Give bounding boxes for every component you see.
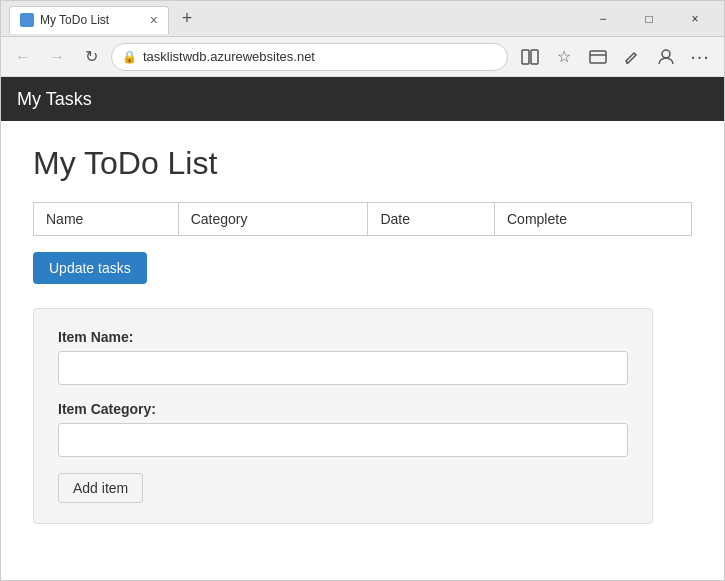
add-item-form: Item Name: Item Category: Add item bbox=[33, 308, 653, 524]
browser-tab[interactable]: My ToDo List × bbox=[9, 6, 169, 34]
lock-icon: 🔒 bbox=[122, 50, 137, 64]
page-title: My ToDo List bbox=[33, 145, 692, 182]
address-input-wrap[interactable]: 🔒 tasklistwdb.azurewebsites.net bbox=[111, 43, 508, 71]
favorites-icon[interactable]: ☆ bbox=[548, 41, 580, 73]
forward-button[interactable]: → bbox=[43, 43, 71, 71]
maximize-button[interactable]: □ bbox=[628, 5, 670, 33]
tab-favicon bbox=[20, 13, 34, 27]
close-window-button[interactable]: × bbox=[674, 5, 716, 33]
task-table: Name Category Date Complete bbox=[33, 202, 692, 236]
toolbar-icons: ☆ ··· bbox=[514, 41, 716, 73]
col-name: Name bbox=[34, 203, 179, 236]
item-name-group: Item Name: bbox=[58, 329, 628, 385]
svg-rect-1 bbox=[531, 50, 538, 64]
hub-icon[interactable] bbox=[582, 41, 614, 73]
more-button[interactable]: ··· bbox=[684, 41, 716, 73]
svg-rect-2 bbox=[590, 51, 606, 63]
new-tab-button[interactable]: + bbox=[173, 5, 201, 33]
item-category-label: Item Category: bbox=[58, 401, 628, 417]
tab-title: My ToDo List bbox=[40, 13, 144, 27]
minimize-button[interactable]: − bbox=[582, 5, 624, 33]
address-text: tasklistwdb.azurewebsites.net bbox=[143, 49, 497, 64]
svg-point-5 bbox=[662, 50, 670, 58]
svg-rect-0 bbox=[522, 50, 529, 64]
tab-bar: My ToDo List × + − □ × bbox=[1, 1, 724, 37]
back-button[interactable]: ← bbox=[9, 43, 37, 71]
add-item-button[interactable]: Add item bbox=[58, 473, 143, 503]
item-category-group: Item Category: bbox=[58, 401, 628, 457]
app-navbar: My Tasks bbox=[1, 77, 724, 121]
tab-close-button[interactable]: × bbox=[150, 13, 158, 27]
address-bar: ← → ↻ 🔒 tasklistwdb.azurewebsites.net ☆ … bbox=[1, 37, 724, 77]
app-navbar-title: My Tasks bbox=[17, 89, 92, 110]
window-controls: − □ × bbox=[582, 5, 716, 33]
col-date: Date bbox=[368, 203, 495, 236]
item-name-label: Item Name: bbox=[58, 329, 628, 345]
edit-icon[interactable] bbox=[616, 41, 648, 73]
refresh-button[interactable]: ↻ bbox=[77, 43, 105, 71]
update-tasks-button[interactable]: Update tasks bbox=[33, 252, 147, 284]
table-header-row: Name Category Date Complete bbox=[34, 203, 692, 236]
page-content: My Tasks My ToDo List Name Category Date… bbox=[1, 77, 724, 580]
item-name-input[interactable] bbox=[58, 351, 628, 385]
col-category: Category bbox=[178, 203, 368, 236]
browser-window: My ToDo List × + − □ × ← → ↻ 🔒 tasklistw… bbox=[0, 0, 725, 581]
app-body: My ToDo List Name Category Date Complete… bbox=[1, 121, 724, 580]
item-category-input[interactable] bbox=[58, 423, 628, 457]
profile-icon[interactable] bbox=[650, 41, 682, 73]
col-complete: Complete bbox=[495, 203, 692, 236]
reader-view-icon[interactable] bbox=[514, 41, 546, 73]
